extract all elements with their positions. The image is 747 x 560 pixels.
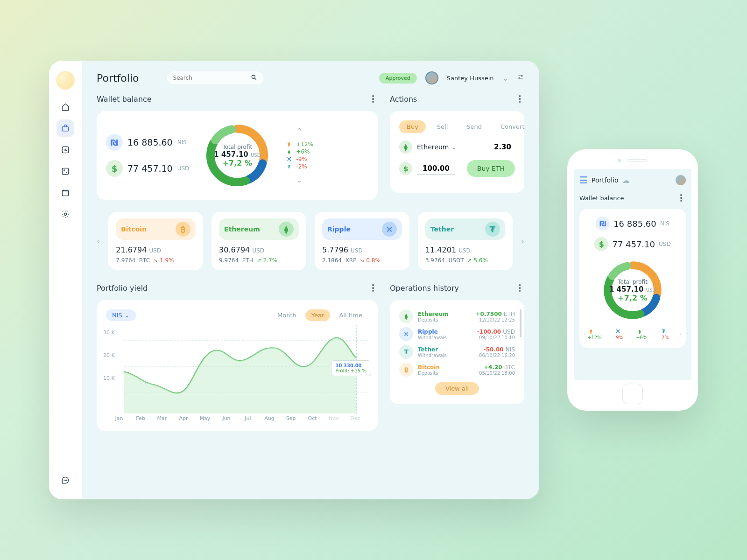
delta-usdt: ₮-2% [285, 163, 313, 170]
yield-title: Portfolio yield [97, 284, 148, 293]
nav-chat-icon[interactable] [56, 471, 74, 489]
phone-camera [618, 159, 621, 162]
delta-btc: ₿+12% [285, 140, 313, 148]
actions-section: Actions⋮ BuySellSendConvert ⧫ Ethereum ⌄… [390, 93, 524, 200]
op-row[interactable]: ✕RippleWithdrawals-100.00 USD09/10/22 10… [399, 327, 515, 341]
app-logo [56, 71, 75, 90]
ops-card: ⧫EthereumDeposits+0.7500 ETH12/10/22 12:… [390, 300, 524, 404]
delta-down-icon[interactable]: ⌄ [285, 175, 313, 184]
coin-card-usdt[interactable]: Tether₮11.4201 USD3.9764 USDT ↗ 5.6% [418, 212, 513, 270]
hamburger-icon[interactable]: ☰ [579, 175, 588, 186]
search-icon [251, 74, 257, 83]
user-name: Santey Hussein [447, 75, 494, 82]
sidebar [49, 61, 82, 499]
balance-usd: $ 77 457.10 USD [106, 160, 189, 177]
asset-qty: 2.30 [494, 143, 511, 151]
delta-up-icon[interactable]: ⌃ [285, 126, 313, 135]
mobile-delta-prev-icon[interactable]: ‹ [584, 331, 586, 336]
asset-select[interactable]: Ethereum ⌄ [417, 143, 457, 151]
user-menu-chevron-icon[interactable]: ⌄ [502, 74, 508, 83]
page-title: Portfolio [97, 72, 139, 84]
svg-point-6 [64, 213, 67, 216]
wallet-title: Wallet balance [97, 95, 152, 104]
search-box[interactable] [166, 71, 264, 85]
actions-more-icon[interactable]: ⋮ [515, 93, 524, 105]
svg-point-3 [64, 170, 65, 171]
tab-sell[interactable]: Sell [430, 120, 455, 133]
mobile-delta-next-icon[interactable]: › [679, 331, 681, 336]
mobile-donut: Total profit 1 457.10 USD +7,2 % [600, 258, 665, 323]
nav-calendar-icon[interactable] [56, 184, 74, 202]
svg-rect-5 [62, 190, 68, 196]
mobile-app: ☰ Portfolio ☁ Wallet balance⋮ ₪16 885.60… [567, 149, 698, 411]
op-row[interactable]: ₿BitcoinDeposits+4.20 BTC05/10/22 18:00 [399, 363, 515, 377]
profit-donut: Total profit 1 457.10 USD +7,2 % [202, 120, 272, 190]
wallet-more-icon[interactable]: ⋮ [368, 93, 378, 105]
ops-more-icon[interactable]: ⋮ [515, 282, 524, 294]
delta-xrp: ✕-9% [285, 155, 313, 163]
nav-settings-icon[interactable] [56, 205, 74, 223]
svg-point-4 [66, 172, 67, 173]
nav-home-icon[interactable] [56, 98, 74, 116]
nav-exchange-icon[interactable] [56, 162, 74, 180]
balance-nis: ₪ 16 885.60 NIS [106, 134, 189, 151]
mobile-usd-icon: $ [594, 237, 608, 251]
phone-home-button[interactable] [622, 384, 643, 404]
tab-convert[interactable]: Convert [493, 120, 532, 133]
adjust-icon[interactable] [517, 73, 524, 83]
status-badge: Approved [379, 73, 417, 84]
wallet-section: Wallet balance⋮ ₪ 16 885.60 NIS $ 77 457… [97, 93, 378, 200]
currency-icon: $ [399, 162, 412, 175]
search-input[interactable] [173, 75, 251, 81]
period-all-time[interactable]: All time [333, 309, 368, 321]
svg-point-8 [65, 480, 66, 481]
coins-next-icon[interactable]: › [521, 236, 524, 246]
svg-point-7 [64, 480, 64, 481]
nis-icon: ₪ [106, 134, 123, 151]
phone-speaker [627, 159, 648, 162]
svg-rect-2 [62, 168, 68, 174]
mobile-wallet-card: ₪16 885.60NIS $77 457.10USD Total profit… [579, 209, 686, 348]
delta-list: ⌃ ₿+12%⧫+6%✕-9%₮-2% ⌄ [285, 126, 313, 184]
buy-button[interactable]: Buy ETH [467, 160, 515, 177]
yield-card: NIS ⌄ MonthYearAll time 30 K20 K10 K [97, 300, 378, 431]
yield-more-icon[interactable]: ⋮ [368, 282, 378, 294]
period-month[interactable]: Month [271, 309, 303, 321]
tab-buy[interactable]: Buy [399, 120, 426, 133]
sync-icon[interactable]: ☁ [622, 176, 630, 185]
main-content: Portfolio Approved Santey Hussein ⌄ Wall… [82, 61, 539, 499]
mobile-more-icon[interactable]: ⋮ [677, 192, 686, 203]
desktop-app: Portfolio Approved Santey Hussein ⌄ Wall… [49, 61, 539, 499]
currency-pill[interactable]: NIS ⌄ [106, 309, 136, 321]
scrollbar[interactable] [520, 309, 521, 337]
op-row[interactable]: ⧫EthereumDeposits+0.7500 ETH12/10/22 12:… [399, 309, 515, 323]
coin-card-btc[interactable]: Bitcoin₿21.6794 USD7.9764 BTC ↘ 1.9% [108, 212, 203, 270]
operations-section: Operations history⋮ ⧫EthereumDeposits+0.… [390, 282, 524, 431]
coins-row: ‹ Bitcoin₿21.6794 USD7.9764 BTC ↘ 1.9%Et… [97, 212, 524, 270]
svg-point-12 [519, 77, 520, 79]
svg-point-9 [66, 480, 67, 481]
yield-chart: 30 K20 K10 K 10 330.00 Profit: +15 % [106, 325, 368, 413]
coin-card-xrp[interactable]: Ripple✕5.7796 USD2.1864 XRP ↘ 0.8% [315, 212, 409, 270]
svg-rect-0 [62, 127, 68, 131]
action-tabs: BuySellSendConvert [399, 120, 515, 133]
coins-prev-icon[interactable]: ‹ [97, 236, 100, 246]
period-year[interactable]: Year [305, 309, 331, 321]
asset-icon: ⧫ [399, 140, 412, 154]
delta-eth: ⧫+6% [285, 148, 313, 155]
mobile-nis-icon: ₪ [596, 217, 610, 231]
yield-section: Portfolio yield⋮ NIS ⌄ MonthYearAll time… [97, 282, 378, 431]
nav-portfolio-icon[interactable] [56, 119, 74, 137]
svg-point-10 [252, 75, 255, 78]
user-avatar[interactable] [425, 71, 438, 84]
wallet-card: ₪ 16 885.60 NIS $ 77 457.10 USD [97, 111, 378, 200]
coin-card-eth[interactable]: Ethereum⧫30.6794 USD9.9764 ETH ↗ 2.7% [211, 212, 306, 270]
view-all-button[interactable]: View all [435, 382, 479, 395]
op-row[interactable]: ₮TetherWithdrawals-50.00 NIS06/10/22 16:… [399, 345, 515, 359]
svg-point-11 [521, 75, 522, 77]
usd-icon: $ [106, 160, 123, 177]
amount-input[interactable] [417, 163, 455, 175]
tab-send[interactable]: Send [459, 120, 489, 133]
nav-analytics-icon[interactable] [56, 141, 74, 159]
mobile-avatar[interactable] [676, 175, 686, 185]
